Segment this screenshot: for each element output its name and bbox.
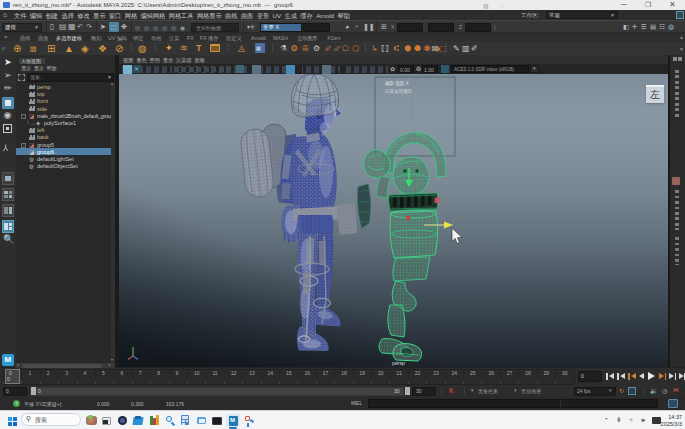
svg-text:persp: persp [392, 360, 405, 366]
